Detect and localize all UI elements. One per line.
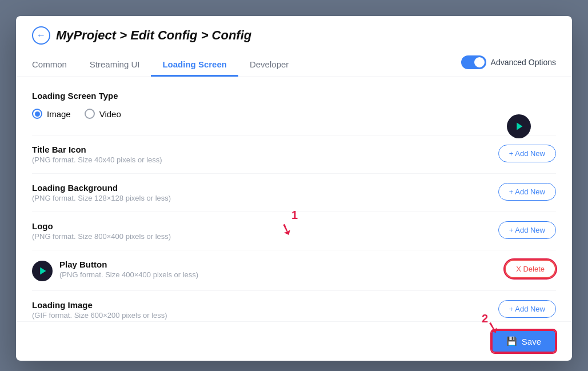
field-loading-background: Loading Background (PNG format. Size 128… xyxy=(32,173,556,212)
advanced-options-toggle[interactable] xyxy=(461,55,486,69)
save-label: Save xyxy=(522,337,541,346)
field-logo-desc: (PNG format. Size 800×400 pixels or less… xyxy=(32,232,171,241)
modal-header: ← MyProject > Edit Config > Config Commo… xyxy=(16,16,572,77)
tab-streaming-ui[interactable]: Streaming UI xyxy=(78,54,151,77)
radio-image[interactable]: Image xyxy=(32,109,71,119)
field-title-bar-icon: Title Bar Icon (PNG format. Size 40x40 p… xyxy=(32,135,556,173)
radio-video-label: Video xyxy=(99,109,121,119)
radio-video[interactable]: Video xyxy=(85,109,121,119)
field-logo: Logo (PNG format. Size 800×400 pixels or… xyxy=(32,212,556,250)
field-title-bar-icon-text: Title Bar Icon (PNG format. Size 40x40 p… xyxy=(32,145,162,164)
tabs-row: Common Streaming UI Loading Screen Devel… xyxy=(32,54,556,77)
tab-common[interactable]: Common xyxy=(32,54,78,77)
svg-marker-1 xyxy=(517,123,522,130)
field-logo-name: Logo xyxy=(32,221,171,231)
tab-developer[interactable]: Developer xyxy=(238,54,300,77)
modal-body: Loading Screen Type Image Video Title Ba… xyxy=(16,77,572,321)
field-title-bar-icon-desc: (PNG format. Size 40x40 pixels or less) xyxy=(32,155,162,164)
field-play-button: Play Button (PNG format. Size 400×400 pi… xyxy=(32,250,556,290)
radio-image-label: Image xyxy=(47,109,71,119)
advanced-options-container: Advanced Options xyxy=(461,55,556,75)
field-loading-image-text: Loading Image (GIF format. Size 600×200 … xyxy=(32,300,167,320)
loading-screen-type-title: Loading Screen Type xyxy=(32,91,556,101)
field-play-button-text: Play Button (PNG format. Size 400×400 pi… xyxy=(59,260,198,279)
radio-group: Image Video xyxy=(32,109,556,119)
field-play-button-name: Play Button xyxy=(59,260,198,269)
field-logo-text: Logo (PNG format. Size 800×400 pixels or… xyxy=(32,221,171,241)
back-button[interactable]: ← xyxy=(32,26,50,45)
field-loading-background-name: Loading Background xyxy=(32,183,171,193)
field-play-button-info: Play Button (PNG format. Size 400×400 pi… xyxy=(32,260,198,281)
breadcrumb-row: ← MyProject > Edit Config > Config xyxy=(32,26,556,45)
add-title-bar-icon-button[interactable]: + Add New xyxy=(498,145,556,162)
play-button-icon xyxy=(32,261,53,281)
advanced-options-label: Advanced Options xyxy=(491,58,556,67)
svg-marker-0 xyxy=(41,268,46,274)
field-loading-image-name: Loading Image xyxy=(32,300,167,310)
tab-loading-screen[interactable]: Loading Screen xyxy=(151,54,238,77)
modal-dialog: ← MyProject > Edit Config > Config Commo… xyxy=(16,16,572,361)
radio-video-circle xyxy=(85,109,95,119)
field-title-bar-icon-name: Title Bar Icon xyxy=(32,145,162,154)
field-loading-image-desc: (GIF format. Size 600×200 pixels or less… xyxy=(32,311,167,320)
field-loading-background-desc: (PNG format. Size 128×128 pixels or less… xyxy=(32,194,171,202)
modal-footer: 💾 Save xyxy=(16,321,572,361)
field-loading-image: Loading Image (GIF format. Size 600×200 … xyxy=(32,290,556,321)
breadcrumb: MyProject > Edit Config > Config xyxy=(56,28,251,43)
save-button[interactable]: 💾 Save xyxy=(491,330,556,353)
add-logo-button[interactable]: + Add New xyxy=(498,221,556,239)
delete-play-button-button[interactable]: X Delete xyxy=(505,260,556,278)
add-loading-image-button[interactable]: + Add New xyxy=(498,300,556,318)
field-play-button-desc: (PNG format. Size 400×400 pixels or less… xyxy=(59,270,198,279)
add-loading-background-button[interactable]: + Add New xyxy=(498,183,556,201)
preview-play-icon xyxy=(507,114,531,138)
radio-image-circle xyxy=(32,109,42,119)
field-loading-background-text: Loading Background (PNG format. Size 128… xyxy=(32,183,171,202)
save-icon: 💾 xyxy=(506,336,517,346)
